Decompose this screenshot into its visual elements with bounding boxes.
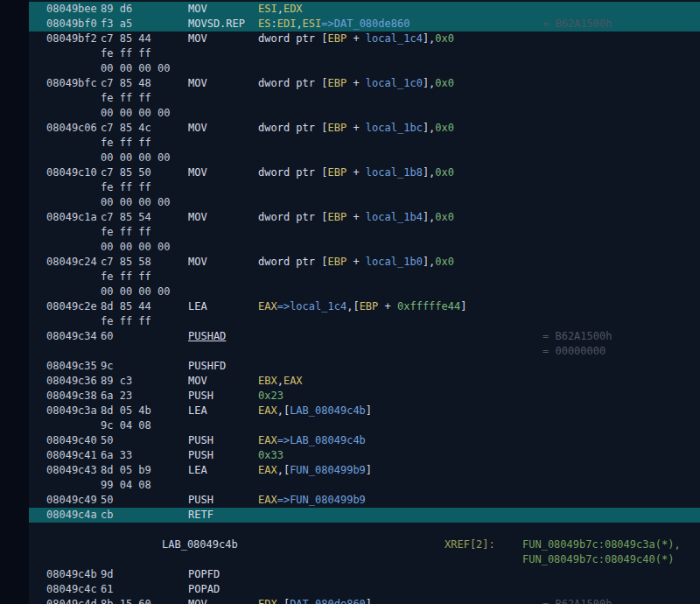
listing-row[interactable]: 08049bf2c7 85 44MOVdword ptr [EBP + loca… [0,32,700,46]
operand-reference[interactable]: local_1bc [366,122,423,134]
listing-row[interactable]: FUN_08049b7c:08049c40(*) [0,552,700,567]
address-field[interactable]: 08049c4d [46,597,97,604]
listing-row[interactable]: 08049c06c7 85 4cMOVdword ptr [EBP + loca… [0,121,700,136]
address-field[interactable]: 08049c49 [46,493,97,508]
listing-row[interactable]: 08049c4050PUSHEAX=>LAB_08049c4b [0,433,700,448]
address-field[interactable]: 08049c06 [46,121,97,136]
listing-row[interactable]: = 00000000 [0,344,700,359]
mnemonic-field[interactable]: POPAD [188,582,220,597]
listing-row[interactable]: 00 00 00 00 [0,195,700,210]
operand-reference[interactable]: FUN_080499b9 [290,464,366,476]
address-field[interactable]: 08049c24 [46,255,97,270]
address-field[interactable]: 08049c1a [46,210,97,225]
listing-row[interactable]: 08049c2e8d 85 44LEAEAX=>local_1c4,[EBP +… [0,299,700,314]
operands-field[interactable]: ES:EDI,ESI=>DAT_080de860 [258,17,410,32]
operand-reference[interactable]: local_1c4 [366,32,423,45]
listing-row[interactable]: 08049c24c7 85 58MOVdword ptr [EBP + loca… [0,255,700,270]
mnemonic-field[interactable]: MOV [188,165,207,180]
address-field[interactable]: 08049c43 [46,463,97,478]
listing-row[interactable]: fe ff ff [0,270,700,284]
listing-row[interactable]: 08049c3689 c3MOVEBX,EAX [0,374,700,389]
address-field[interactable]: 08049c3a [46,404,97,418]
operands-field[interactable]: EAX=>local_1c4,[EBP + 0xfffffe44] [258,299,466,314]
operand-reference[interactable]: =>LAB_08049c4b [277,434,366,446]
mnemonic-field[interactable]: RETF [188,508,214,523]
listing-row[interactable]: 08049c438d 05 b9LEAEAX,[FUN_080499b9] [0,463,700,478]
listing-row[interactable]: 08049bfcc7 85 48MOVdword ptr [EBP + loca… [0,76,700,91]
operands-field[interactable]: 0x23 [258,389,284,404]
listing-row[interactable]: 08049c3460PUSHAD= B62A1500h [0,329,700,344]
address-field[interactable]: 08049bf0 [46,17,97,32]
mnemonic-field[interactable]: LEA [188,463,207,478]
listing-row[interactable]: 08049c10c7 85 50MOVdword ptr [EBP + loca… [0,165,700,180]
address-field[interactable]: 08049c4a [46,508,97,523]
mnemonic-field[interactable]: PUSHAD [188,329,226,344]
listing-row[interactable]: 00 00 00 00 [0,240,700,255]
operand-reference[interactable]: LAB_08049c4b [290,404,366,417]
operands-field[interactable]: EAX,[FUN_080499b9] [258,463,372,478]
operands-field[interactable]: dword ptr [EBP + local_1b4],0x0 [258,210,454,225]
mnemonic-field[interactable]: MOV [188,255,207,270]
mnemonic-field[interactable]: PUSH [188,433,214,448]
mnemonic-field[interactable]: MOV [188,597,207,604]
address-field[interactable]: 08049bee [46,2,97,17]
address-field[interactable]: 08049c41 [46,448,97,463]
address-field[interactable]: 08049c35 [46,359,97,374]
mnemonic-field[interactable]: LEA [188,404,207,418]
operand-reference[interactable]: local_1b8 [366,166,423,179]
listing-row[interactable]: 08049c359cPUSHFD [0,359,700,374]
address-field[interactable]: 08049bf2 [46,32,97,46]
listing-row[interactable]: 08049c386a 23PUSH0x23 [0,389,700,404]
listing-row[interactable] [0,523,700,537]
operands-field[interactable]: dword ptr [EBP + local_1b8],0x0 [258,165,454,180]
listing-row[interactable]: fe ff ff [0,46,700,61]
operands-field[interactable]: EBX,EAX [258,374,303,389]
operand-reference[interactable]: local_1c0 [366,77,423,89]
listing-row[interactable]: 00 00 00 00 [0,61,700,76]
mnemonic-field[interactable]: LEA [188,299,207,314]
mnemonic-field[interactable]: MOV [188,2,207,17]
mnemonic-field[interactable]: MOV [188,121,207,136]
xref-reference[interactable]: FUN_08049b7c:08049c3a(*), [522,537,681,552]
listing-row[interactable]: fe ff ff [0,314,700,329]
operands-field[interactable]: EDX,[DAT_080de860] [258,597,372,604]
operand-reference[interactable]: local_1b4 [366,211,423,223]
listing-row[interactable]: 08049c4acbRETF [0,508,700,523]
label-field[interactable]: LAB_08049c4b [162,537,238,552]
listing-row[interactable]: 00 00 00 00 [0,284,700,299]
address-field[interactable]: 08049c4c [46,582,97,597]
address-field[interactable]: 08049c10 [46,165,97,180]
operands-field[interactable]: ESI,EDX [258,2,303,17]
address-field[interactable]: 08049c2e [46,299,97,314]
mnemonic-field[interactable]: MOV [188,374,207,389]
listing-row[interactable]: 08049c3a8d 05 4bLEAEAX,[LAB_08049c4b] [0,404,700,418]
listing-row[interactable]: 00 00 00 00 [0,106,700,121]
operand-reference[interactable]: =>DAT_080de860 [321,18,410,30]
listing-row[interactable]: 08049bf0f3 a5MOVSD.REPES:EDI,ESI=>DAT_08… [0,17,700,32]
operands-field[interactable]: 0x33 [258,448,284,463]
listing-row[interactable]: 9c 04 08 [0,418,700,433]
listing-row[interactable]: 08049c1ac7 85 54MOVdword ptr [EBP + loca… [0,210,700,225]
address-field[interactable]: 08049c34 [46,329,97,344]
mnemonic-field[interactable]: MOV [188,210,207,225]
operands-field[interactable]: dword ptr [EBP + local_1bc],0x0 [258,121,454,136]
listing-row[interactable]: 08049c4c61POPAD [0,582,700,597]
address-field[interactable]: 08049c40 [46,433,97,448]
listing-row[interactable]: fe ff ff [0,225,700,240]
listing-row[interactable]: 00 00 00 00 [0,151,700,165]
operand-reference[interactable]: =>local_1c4 [277,300,346,313]
mnemonic-field[interactable]: MOVSD.REP [188,17,245,32]
listing-row[interactable]: fe ff ff [0,136,700,151]
operands-field[interactable]: dword ptr [EBP + local_1c0],0x0 [258,76,454,91]
mnemonic-field[interactable]: PUSH [188,493,214,508]
listing-row[interactable]: fe ff ff [0,91,700,106]
operands-field[interactable]: dword ptr [EBP + local_1c4],0x0 [258,32,454,46]
operands-field[interactable]: EAX=>FUN_080499b9 [258,493,366,508]
address-field[interactable]: 08049c36 [46,374,97,389]
listing-row[interactable]: 99 04 08 [0,478,700,493]
operand-reference[interactable]: DAT_080de860 [290,598,366,604]
xref-reference[interactable]: FUN_08049b7c:08049c40(*) [522,552,674,567]
operand-reference[interactable]: local_1b0 [366,256,423,268]
mnemonic-field[interactable]: POPFD [188,567,220,582]
mnemonic-field[interactable]: PUSH [188,448,214,463]
